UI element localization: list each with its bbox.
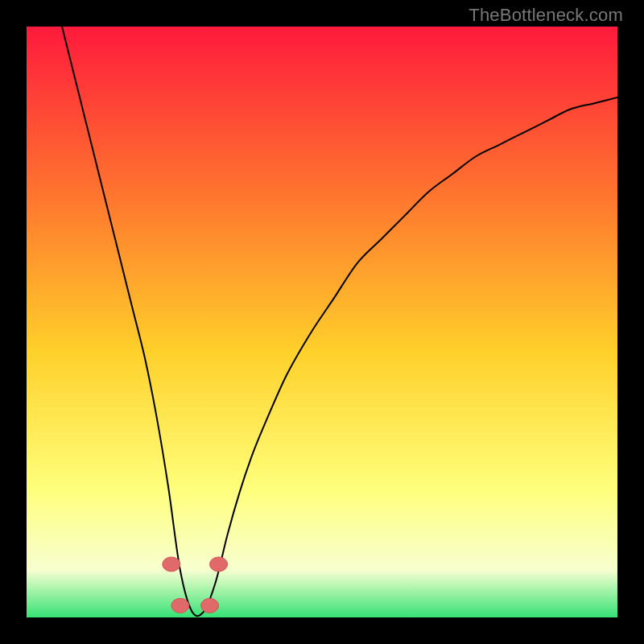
watermark-label: TheBottleneck.com <box>469 5 623 26</box>
bottleneck-curve <box>62 27 617 616</box>
curve-marker <box>171 598 189 613</box>
curve-layer <box>27 27 617 617</box>
plot-area <box>27 27 617 617</box>
curve-marker <box>201 598 219 613</box>
curve-marker <box>210 557 228 572</box>
chart-stage: TheBottleneck.com <box>0 0 644 644</box>
curve-marker <box>163 557 180 572</box>
curve-markers <box>163 557 228 613</box>
